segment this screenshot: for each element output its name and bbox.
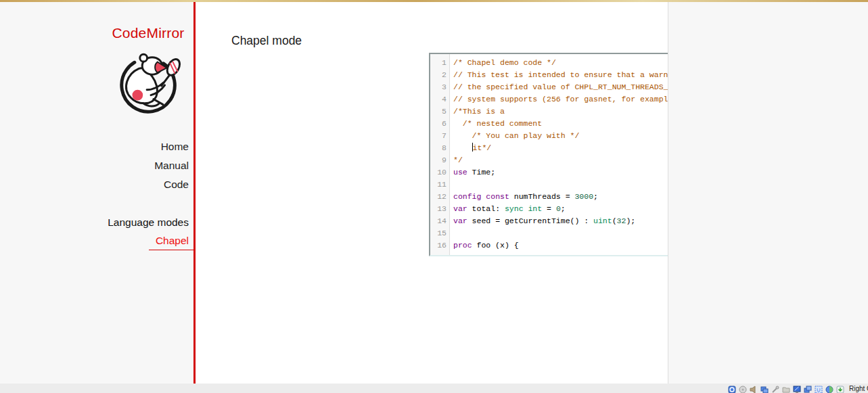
line-number: 2 <box>430 69 450 81</box>
main-content: Chapel mode 1/* Chapel demo code */2// T… <box>198 2 668 384</box>
sidebar-nav: HomeManualCode Language modes Chapel <box>0 137 193 250</box>
line-number: 14 <box>430 215 450 227</box>
vm-features-icon[interactable]: U <box>815 384 823 392</box>
line-number: 17 <box>430 252 450 256</box>
display-icon[interactable] <box>793 384 801 392</box>
audio-icon[interactable] <box>750 384 758 392</box>
codemirror-monkey-logo <box>114 48 187 116</box>
shared-folders-icon[interactable] <box>782 384 790 392</box>
line-number: 10 <box>430 166 450 179</box>
sidebar: CodeMirror HomeManualCode Language modes… <box>0 2 196 384</box>
sidebar-item-code[interactable]: Code <box>0 175 193 194</box>
vm-status-icons: U <box>728 384 844 392</box>
vm-status-bar: U Right Ctrl <box>0 384 868 393</box>
network-icon[interactable] <box>760 384 769 392</box>
line-number: 16 <box>430 239 450 252</box>
line-number: 13 <box>430 203 450 215</box>
svg-text:U: U <box>817 387 821 393</box>
usb-icon[interactable] <box>771 384 779 392</box>
line-number: 12 <box>430 191 450 203</box>
brand-title[interactable]: CodeMirror <box>112 25 184 41</box>
keyboard-capture-icon[interactable] <box>836 384 844 392</box>
line-number: 11 <box>430 179 450 191</box>
page-title: Chapel mode <box>231 34 302 48</box>
line-number: 8 <box>430 142 450 154</box>
line-number: 15 <box>430 227 450 239</box>
mouse-integration-icon[interactable] <box>825 384 833 392</box>
line-number: 3 <box>430 81 450 93</box>
optical-disc-icon[interactable] <box>739 384 747 392</box>
host-key-label: Right Ctrl <box>849 385 868 392</box>
sidebar-item-manual[interactable]: Manual <box>0 156 193 175</box>
page-right-gutter <box>668 2 868 384</box>
line-number: 5 <box>430 106 450 118</box>
sidebar-item-chapel[interactable]: Chapel <box>149 232 193 250</box>
line-number: 6 <box>430 118 450 130</box>
harddisk-icon[interactable] <box>728 384 736 392</box>
line-number: 4 <box>430 93 450 106</box>
line-number: 7 <box>430 130 450 142</box>
line-number: 1 <box>430 57 450 69</box>
sidebar-item-home[interactable]: Home <box>0 137 193 156</box>
seamless-windows-icon[interactable] <box>804 384 812 392</box>
nav-links: HomeManualCode <box>0 137 193 194</box>
nav-section-label: Language modes <box>0 213 193 232</box>
line-number: 9 <box>430 154 450 166</box>
